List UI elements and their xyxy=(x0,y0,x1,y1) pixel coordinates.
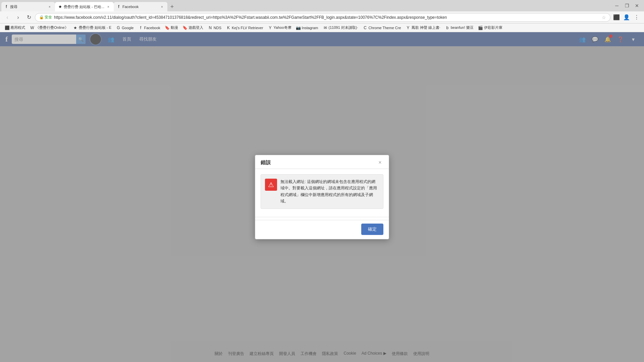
back-button[interactable]: ‹ xyxy=(3,13,12,22)
navigation-bar: ‹ › ↻ 🔒 安全 https://www.facebook.com/v2.1… xyxy=(0,11,644,23)
footer-link-adchoices[interactable]: Ad Choices ▶ xyxy=(362,351,386,357)
bookmark-facebook-icon: f xyxy=(138,25,143,30)
tab-1[interactable]: f 搜尋 × xyxy=(1,2,55,11)
bookmark-bahamut-icon: ★ xyxy=(73,25,78,30)
bookmark-yahoo-icon: Y xyxy=(268,25,273,30)
bookmark-anime-icon: 🔖 xyxy=(165,25,170,30)
bookmark-facebook[interactable]: f Facebook xyxy=(136,24,162,32)
bookmark-google[interactable]: G Google xyxy=(114,24,136,32)
bookmark-wasabii[interactable]: W 《疊疊行疊Online》 xyxy=(28,24,70,32)
bookmark-novel-label: 鳳歌 神聲 線上書· xyxy=(412,25,440,30)
bookmark-beanfun[interactable]: b beanfun! 樂豆 xyxy=(443,24,476,32)
footer-link-terms[interactable]: 使用條款 xyxy=(392,351,408,357)
bookmark-star-icon[interactable]: ☆ xyxy=(602,15,606,20)
bookmark-game-login-icon: 🔖 xyxy=(183,25,187,30)
bookmark-wasabii-label: 《疊疊行疊Online》 xyxy=(36,25,68,30)
bookmark-anime-label: 動漫 xyxy=(171,25,178,30)
lock-icon: 🔒 xyxy=(39,15,44,19)
bookmark-chrome-theme-label: Chrome Theme Cre xyxy=(369,26,401,30)
tab-1-close[interactable]: × xyxy=(47,4,52,9)
tab-2-favicon: ★ xyxy=(58,4,62,9)
bookmark-instagram-icon: 📷 xyxy=(296,25,301,30)
dialog-title: 錯誤 xyxy=(261,160,271,166)
modal-overlay: 錯誤 × ⚠ 無法載入網址: 這個網址的網域未包含在應用程式的網域中。對要載入這… xyxy=(0,32,644,362)
tab-1-favicon: f xyxy=(4,4,9,9)
footer-link-privacy[interactable]: 隱私政策 xyxy=(322,351,338,357)
dialog-confirm-button[interactable]: 確定 xyxy=(361,224,383,235)
footer-link-help[interactable]: 使用說明 xyxy=(413,351,429,357)
bookmark-google-icon: G xyxy=(116,25,121,30)
bookmark-anime[interactable]: 🔖 動漫 xyxy=(163,24,180,32)
error-warning-icon: ⚠ xyxy=(265,179,277,191)
bookmark-novel[interactable]: Y 鳳歌 神聲 線上書· xyxy=(404,24,442,32)
forward-button[interactable]: › xyxy=(13,13,23,22)
bookmark-instagram[interactable]: 📷 Instagram xyxy=(294,24,320,32)
footer-link-about[interactable]: 關於 xyxy=(215,351,223,357)
page-footer: 關於 刊登廣告 建立粉絲專頁 開發人員 工作機會 隱私政策 Cookie Ad … xyxy=(0,351,644,357)
menu-button[interactable]: ⋮ xyxy=(632,13,641,22)
footer-link-careers[interactable]: 工作機會 xyxy=(301,351,317,357)
bookmark-beanfun-label: beanfun! 樂豆 xyxy=(451,25,474,30)
address-bar[interactable]: 🔒 安全 https://www.facebook.com/v2.11/dial… xyxy=(35,13,610,22)
secure-label: 安全 xyxy=(45,15,52,20)
profile-button[interactable]: 👤 xyxy=(622,13,631,22)
new-tab-button[interactable]: + xyxy=(167,2,177,11)
extensions-button[interactable]: ⬛ xyxy=(612,13,621,22)
dialog-header: 錯誤 × xyxy=(255,155,389,169)
footer-link-ads[interactable]: 刊登廣告 xyxy=(228,351,244,357)
window-close-button[interactable]: ✕ xyxy=(633,1,641,10)
window-restore-button[interactable]: ❐ xyxy=(623,1,631,10)
bookmark-apps-label: 應用程式 xyxy=(10,25,25,30)
bookmark-apps[interactable]: ⬛ 應用程式 xyxy=(3,24,27,32)
bookmark-flv-icon: K xyxy=(226,25,231,30)
footer-link-page[interactable]: 建立粉絲專頁 xyxy=(250,351,274,357)
tab-2-close[interactable]: × xyxy=(106,4,111,9)
bookmark-flv-label: Kej's FLV Retriever xyxy=(232,26,263,30)
bookmark-instagram-label: Instagram xyxy=(302,26,318,30)
window-minimize-button[interactable]: ─ xyxy=(612,1,621,10)
browser-window: f 搜尋 × ★ 疊疊行疊 始站板 - 巴哈... × f Facebook ×… xyxy=(0,0,644,362)
dialog-close-button[interactable]: × xyxy=(377,159,383,166)
bookmark-beanfun-icon: b xyxy=(445,25,450,30)
footer-link-cookie[interactable]: Cookie xyxy=(343,351,356,357)
tab-3-title: Facebook xyxy=(122,5,158,9)
bookmark-video-label: 伊彩影片庫 xyxy=(484,25,502,30)
bookmark-bahamut-label: 疊疊行疊 始站板 - E xyxy=(79,25,111,30)
tab-2-title: 疊疊行疊 始站板 - 巴哈... xyxy=(64,4,104,9)
bookmark-video[interactable]: 🎬 伊彩影片庫 xyxy=(476,24,504,32)
bookmark-mail[interactable]: ✉ (11091 封未讀取)· xyxy=(321,24,360,32)
tab-3[interactable]: f Facebook × xyxy=(114,2,167,11)
nav-right-buttons: ⬛ 👤 ⋮ xyxy=(612,13,641,22)
bookmark-flv[interactable]: K Kej's FLV Retriever xyxy=(224,24,265,32)
tab-2[interactable]: ★ 疊疊行疊 始站板 - 巴哈... × xyxy=(55,2,114,11)
bookmark-apps-icon: ⬛ xyxy=(5,25,9,30)
error-message-text: 無法載入網址: 這個網址的網域未包含在應用程式的網域中。對要載入這個網址，請在應… xyxy=(280,179,379,204)
address-text: https://www.facebook.com/v2.11/dialog/oa… xyxy=(54,15,600,20)
bookmark-facebook-label: Facebook xyxy=(144,26,160,30)
bookmark-google-label: Google xyxy=(122,26,133,30)
bookmark-yahoo-label: Yahoo奇摩 xyxy=(274,25,291,30)
error-dialog: 錯誤 × ⚠ 無法載入網址: 這個網址的網域未包含在應用程式的網域中。對要載入這… xyxy=(255,155,389,239)
window-controls: ─ ❐ ✕ xyxy=(612,1,641,10)
bookmarks-bar: ⬛ 應用程式 W 《疊疊行疊Online》 ★ 疊疊行疊 始站板 - E G G… xyxy=(0,23,644,32)
bookmark-chrome-theme[interactable]: C Chrome Theme Cre xyxy=(361,24,403,32)
bookmark-mail-label: (11091 封未讀取)· xyxy=(329,25,358,30)
bookmark-video-icon: 🎬 xyxy=(478,25,483,30)
bookmark-chrome-theme-icon: C xyxy=(363,25,368,30)
tab-bar: f 搜尋 × ★ 疊疊行疊 始站板 - 巴哈... × f Facebook ×… xyxy=(0,0,644,11)
bookmark-yahoo[interactable]: Y Yahoo奇摩 xyxy=(266,24,293,32)
error-message-box: ⚠ 無法載入網址: 這個網址的網域未包含在應用程式的網域中。對要載入這個網址，請… xyxy=(261,174,383,209)
footer-link-dev[interactable]: 開發人員 xyxy=(279,351,295,357)
dialog-body: ⚠ 無法載入網址: 這個網址的網域未包含在應用程式的網域中。對要載入這個網址，請… xyxy=(255,169,389,214)
refresh-button[interactable]: ↻ xyxy=(24,13,34,22)
bookmark-game-login[interactable]: 🔖 遊戲登入 xyxy=(181,24,205,32)
tab-3-close[interactable]: × xyxy=(159,4,165,9)
dialog-separator xyxy=(255,217,389,217)
bookmark-nds-label: NDS xyxy=(214,26,221,30)
bookmark-nds[interactable]: N NDS xyxy=(206,24,223,32)
bookmark-mail-icon: ✉ xyxy=(323,25,328,30)
tab-3-favicon: f xyxy=(116,4,121,9)
bookmark-novel-icon: Y xyxy=(406,25,411,30)
page-content: f 🔍 👥 首頁 尋找朋友 👥 💬 🔔 ❓ ▾ xyxy=(0,32,644,362)
bookmark-bahamut[interactable]: ★ 疊疊行疊 始站板 - E xyxy=(71,24,113,32)
